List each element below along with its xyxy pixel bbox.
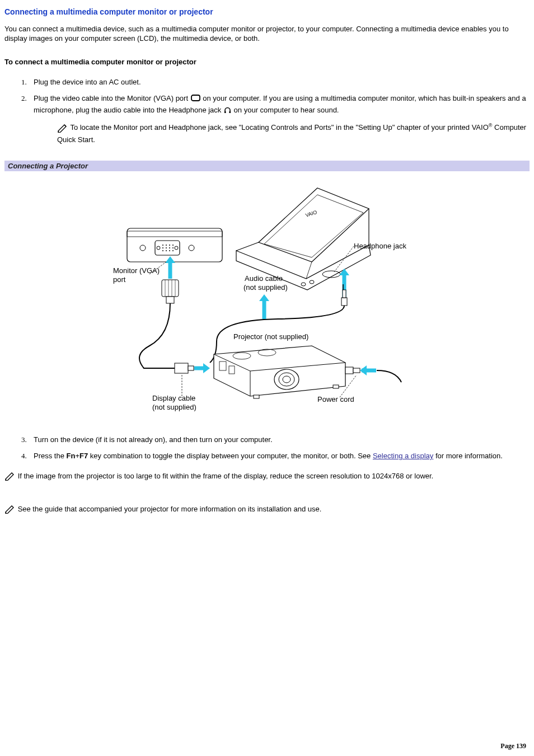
steps-list: 1. Plug the device into an AC outlet. 2.… [4,74,530,154]
procedure-heading: To connect a multimedia computer monitor… [4,57,530,67]
key-f7: F7 [79,452,88,460]
step-4: 4. Press the Fn+F7 key combination to to… [21,448,530,464]
svg-rect-33 [175,363,188,373]
step-3: 3. Turn on the device (if it is not alre… [21,431,530,448]
note-text: See the guide that accompanied your proj… [18,505,322,513]
svg-point-14 [166,247,167,248]
label-display-cable-1: Display cable [152,394,195,402]
intro-paragraph: You can connect a multimedia device, suc… [4,24,530,44]
label-display-cable-2: (not supplied) [152,403,196,411]
figure-diagram: Monitor (VGA) port VAIO Headphone jack [4,171,530,431]
step-number: 3. [21,435,27,445]
selecting-display-link[interactable]: Selecting a display [373,452,433,460]
step-text-part: on your computer to hear sound. [234,106,339,114]
svg-rect-32 [166,297,174,303]
step-2-note: To locate the Monitor port and Headphone… [57,122,530,144]
step-text-part: Plug the video cable into the Monitor (V… [34,94,190,102]
svg-point-10 [166,245,167,246]
step-text: Turn on the device (if it is not already… [34,435,273,444]
note-text: If the image from the projector is too l… [18,472,434,480]
key-fn: Fn [67,452,76,460]
svg-rect-2 [229,111,231,113]
step-1: 1. Plug the device into an AC outlet. [21,74,530,91]
label-vga-line1: Monitor (VGA) [113,266,160,275]
svg-rect-27 [162,280,179,297]
svg-point-17 [162,250,163,251]
svg-rect-47 [345,367,353,374]
plus: + [75,452,79,460]
svg-rect-36 [343,290,346,298]
step-text: Plug the device into an AC outlet. [34,78,141,86]
label-power-cord: Power cord [317,395,354,403]
svg-rect-4 [127,228,222,262]
svg-point-9 [162,245,163,246]
svg-point-19 [169,250,170,251]
label-vga-line2: port [113,275,126,284]
svg-point-15 [169,247,170,248]
svg-point-13 [162,247,163,248]
pencil-note-icon [4,505,16,516]
svg-point-38 [274,369,299,389]
vga-port-icon [190,94,201,105]
step-number: 1. [21,77,27,87]
step-2: 2. Plug the video cable into the Monitor… [21,90,530,154]
svg-rect-0 [191,95,200,101]
label-projector: Projector (not supplied) [233,332,308,341]
page-title: Connecting a multimedia computer monitor… [4,7,530,17]
svg-rect-34 [188,366,194,370]
svg-rect-1 [224,111,226,113]
note-resolution: If the image from the projector is too l… [4,471,530,483]
note-text-part: To locate the Monitor port and Headphone… [70,124,488,132]
svg-point-18 [166,250,167,251]
step-text-part: key combination to toggle the display be… [88,452,373,460]
projector-illustration: Projector (not supplied) [214,332,401,398]
steps-list-continued: 3. Turn on the device (if it is not alre… [4,431,530,464]
headphone-jack-icon [223,106,232,117]
svg-point-12 [172,245,174,246]
figure-caption: Connecting a Projector [4,161,530,172]
svg-rect-35 [341,298,347,306]
label-headphone: Headphone jack [354,242,406,250]
step-number: 2. [21,93,27,104]
pencil-note-icon [57,124,68,135]
pencil-note-icon [4,472,16,483]
step-text-part: for more information. [433,452,503,460]
step-text-part: Press the [34,452,67,460]
display-cable-illustration [139,280,210,373]
svg-point-11 [169,245,170,246]
label-audio-1: Audio cable [245,274,283,283]
label-audio-2: (not supplied) [243,283,288,292]
svg-line-3 [64,125,66,126]
svg-rect-48 [353,368,360,373]
note-guide: See the guide that accompanied your proj… [4,504,530,516]
svg-rect-43 [254,395,259,398]
svg-rect-44 [333,385,339,388]
step-number: 4. [21,451,27,461]
svg-point-16 [172,247,174,248]
svg-point-20 [172,250,174,251]
